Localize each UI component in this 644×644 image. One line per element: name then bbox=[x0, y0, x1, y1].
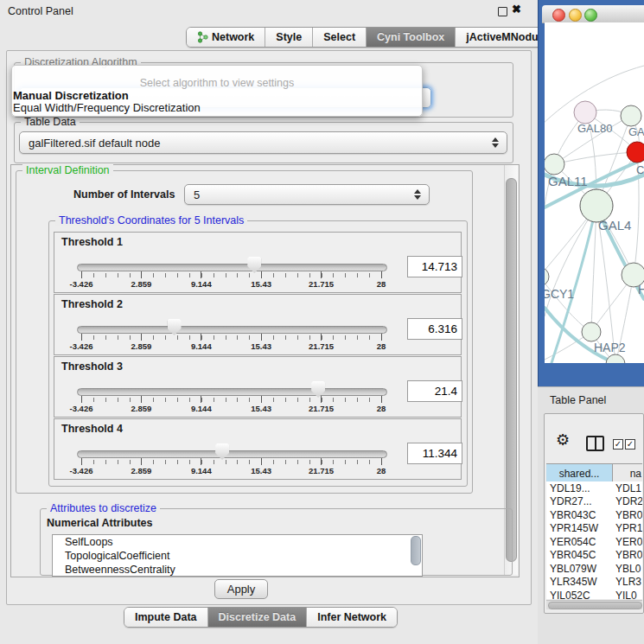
tab-style[interactable]: Style bbox=[265, 28, 313, 47]
table-cell: YPR145W bbox=[546, 522, 615, 534]
tick-mark bbox=[141, 334, 142, 341]
tick-mark bbox=[381, 396, 382, 403]
panel-title: Control Panel bbox=[8, 5, 73, 17]
tick-label: 15.43 bbox=[251, 404, 271, 413]
number-of-intervals-label: Number of Intervals bbox=[73, 188, 175, 201]
algorithm-popup: Select algorithm to view settings Manual… bbox=[11, 65, 423, 117]
node-label-gal80: GAL80 bbox=[577, 122, 612, 135]
numerical-attributes-label: Numerical Attributes bbox=[47, 517, 152, 529]
slider-minor-ticks bbox=[81, 273, 383, 277]
node-top-right[interactable] bbox=[621, 105, 641, 126]
node-label-gcy1: GCY1 bbox=[545, 287, 574, 301]
table-row[interactable]: YPR145WYPR1 bbox=[546, 522, 642, 536]
node-bottom[interactable] bbox=[606, 354, 625, 363]
node-gal80[interactable] bbox=[574, 101, 596, 124]
node-label-partial-h: H bbox=[638, 283, 644, 296]
popup-item-equal-width-frequency[interactable]: Equal Width/Frequency Discretization bbox=[13, 101, 201, 114]
network-icon bbox=[197, 31, 208, 43]
close-icon[interactable]: ✖ bbox=[512, 3, 521, 16]
list-item[interactable]: TopologicalCoefficient bbox=[53, 549, 422, 563]
checkbox-icon-1[interactable]: ✓ bbox=[613, 439, 623, 450]
combo-value: galFiltered.sif default node bbox=[29, 137, 160, 150]
tick-mark bbox=[381, 334, 382, 341]
tab-label: Discretize Data bbox=[219, 611, 296, 623]
apply-button[interactable]: Apply bbox=[214, 579, 268, 599]
top-tab-bar: Network Style Select Cyni Toolbox jActiv… bbox=[186, 27, 564, 48]
zoom-traffic-light-icon[interactable] bbox=[584, 9, 597, 22]
tab-label: Network bbox=[212, 31, 254, 43]
close-traffic-light-icon[interactable] bbox=[552, 9, 565, 22]
threshold-1-value-field[interactable] bbox=[407, 256, 462, 277]
table-row[interactable]: YDR27...YDR2 bbox=[546, 495, 642, 509]
group-title: Attributes to discretize bbox=[47, 502, 160, 514]
table-cell: YDL1 bbox=[615, 482, 642, 494]
threshold-3-value-field[interactable] bbox=[407, 380, 462, 402]
tab-select[interactable]: Select bbox=[313, 28, 367, 47]
table-cell: YDR27... bbox=[546, 495, 615, 507]
node-gcy1[interactable] bbox=[545, 267, 549, 286]
tab-cyni-toolbox[interactable]: Cyni Toolbox bbox=[367, 28, 456, 47]
list-item[interactable]: BetweennessCentrality bbox=[53, 563, 422, 577]
table-header: shared... na bbox=[546, 463, 642, 483]
table-row[interactable]: YLR345WYLR3 bbox=[546, 576, 642, 590]
tick-mark bbox=[321, 458, 322, 465]
numerical-attributes-list[interactable]: SelfLoopsTopologicalCoefficientBetweenne… bbox=[52, 534, 423, 577]
table-cell: YER0 bbox=[615, 536, 642, 548]
tick-mark bbox=[141, 458, 142, 465]
tick-mark bbox=[381, 271, 382, 278]
tick-label: 21.715 bbox=[309, 279, 334, 289]
list-item[interactable]: SelfLoops bbox=[53, 535, 422, 549]
vertical-scrollbar-thumb[interactable] bbox=[506, 178, 517, 562]
threshold-1-slider[interactable] bbox=[77, 264, 387, 271]
column-header-shared-name[interactable]: shared... bbox=[546, 464, 613, 482]
gear-icon[interactable]: ⚙ bbox=[556, 430, 570, 450]
tab-infer-network[interactable]: Infer Network bbox=[307, 608, 397, 627]
network-canvas[interactable]: GAL80 GA C GAL11 GAL4 GCY1 H HAP2 bbox=[545, 22, 644, 363]
tick-label: 2.859 bbox=[131, 279, 152, 289]
table-body[interactable]: YDL19...YDL1YDR27...YDR2YBR043CYBR0YPR14… bbox=[546, 481, 642, 599]
popup-header: Select algorithm to view settings bbox=[12, 77, 422, 89]
tick-mark bbox=[261, 334, 262, 341]
table-row[interactable]: YDL19...YDL1 bbox=[546, 481, 642, 495]
popup-item-manual-discretization[interactable]: Manual Discretization bbox=[13, 89, 129, 102]
column-header-name[interactable]: na bbox=[613, 464, 642, 482]
threshold-4-slider[interactable] bbox=[77, 450, 387, 458]
node-hap2[interactable] bbox=[582, 322, 601, 341]
threshold-2-slider[interactable] bbox=[77, 326, 387, 334]
threshold-label: Threshold 3 bbox=[61, 360, 123, 373]
tick-label: 9.144 bbox=[191, 341, 212, 351]
tick-mark bbox=[201, 396, 201, 403]
tab-discretize-data[interactable]: Discretize Data bbox=[208, 608, 308, 627]
slider-minor-ticks bbox=[81, 335, 383, 340]
table-cell: YBL079W bbox=[546, 563, 615, 575]
table-row[interactable]: YER054CYER0 bbox=[546, 535, 642, 549]
threshold-2-value-field[interactable] bbox=[407, 318, 462, 340]
table-row[interactable]: YBR043CYBR0 bbox=[546, 508, 642, 522]
minimize-traffic-light-icon[interactable] bbox=[569, 9, 582, 22]
stepper-arrows-icon bbox=[492, 137, 499, 148]
horizontal-scrollbar-thumb[interactable] bbox=[548, 602, 642, 609]
table-data-combobox[interactable]: galFiltered.sif default node bbox=[19, 131, 507, 154]
tick-mark bbox=[201, 271, 201, 278]
tick-mark bbox=[261, 396, 262, 403]
list-scrollbar-thumb[interactable] bbox=[411, 536, 421, 565]
float-window-icon[interactable] bbox=[498, 7, 507, 16]
tab-impute-data[interactable]: Impute Data bbox=[124, 608, 208, 627]
tick-label: -3.426 bbox=[70, 279, 93, 289]
number-of-intervals-combobox[interactable]: 5 bbox=[184, 184, 430, 205]
columns-icon[interactable] bbox=[586, 436, 604, 451]
tab-network[interactable]: Network bbox=[187, 28, 265, 47]
node-label-partial-c: C bbox=[636, 163, 644, 176]
checkbox-icon-2[interactable]: ✓ bbox=[625, 439, 635, 450]
node-gal11[interactable] bbox=[545, 154, 564, 175]
table-row[interactable]: YBL079WYBL0 bbox=[546, 562, 642, 576]
threshold-4-value-field[interactable] bbox=[407, 443, 462, 464]
table-row[interactable]: YBR045CYBR0 bbox=[546, 549, 642, 563]
node-selected-red[interactable] bbox=[627, 142, 644, 163]
tick-mark bbox=[381, 458, 382, 465]
table-row[interactable]: YIL052CYIL0 bbox=[546, 589, 642, 599]
tick-mark bbox=[141, 396, 142, 403]
threshold-label: Threshold 1 bbox=[61, 236, 123, 248]
tick-label: -3.426 bbox=[70, 341, 93, 351]
threshold-3-slider[interactable] bbox=[77, 388, 387, 396]
